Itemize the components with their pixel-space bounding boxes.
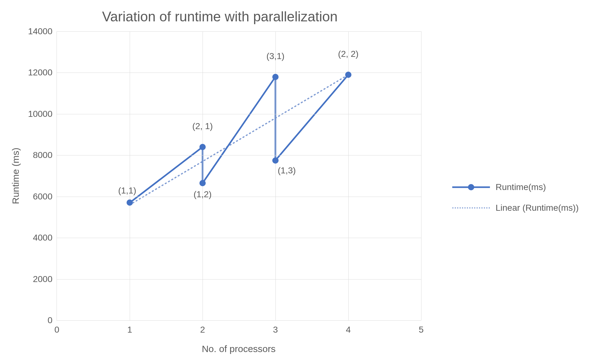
plot-area: 01234502000400060008000100001200014000(1… (57, 31, 421, 321)
x-tick-label: 5 (419, 320, 424, 335)
data-label: (1,1) (118, 186, 136, 196)
y-tick-label: 2000 (33, 274, 57, 284)
grid-line (57, 114, 421, 114)
data-label: (2, 1) (192, 121, 213, 131)
data-point (345, 72, 351, 78)
x-tick-label: 1 (127, 320, 132, 335)
y-tick-label: 12000 (28, 68, 57, 78)
chart-container: Variation of runtime with parallelizatio… (0, 0, 603, 364)
legend-label: Linear (Runtime(ms)) (496, 203, 579, 213)
marker-icon (199, 144, 206, 150)
dotted-line-icon (452, 207, 490, 209)
marker-icon (345, 72, 351, 78)
grid-line (130, 31, 130, 320)
legend-item-linear: Linear (Runtime(ms)) (452, 203, 579, 213)
marker-icon (127, 199, 133, 206)
plot-svg (57, 31, 421, 320)
grid-line (57, 73, 421, 73)
y-tick-label: 10000 (28, 109, 57, 119)
grid-line (203, 31, 203, 320)
grid-line (57, 238, 421, 238)
data-point (272, 157, 279, 164)
grid-line (57, 197, 421, 197)
legend-swatch-dotted (452, 204, 490, 212)
data-label: (1,3) (278, 166, 296, 176)
trend-line (130, 75, 348, 205)
legend: Runtime(ms) Linear (Runtime(ms)) (452, 182, 579, 224)
y-tick-label: 4000 (33, 233, 57, 243)
data-label: (2, 2) (338, 49, 358, 59)
runtime-line (130, 75, 348, 203)
data-point (272, 74, 279, 80)
data-label: (1,2) (193, 189, 212, 199)
grid-line (57, 279, 421, 280)
grid-line (57, 31, 421, 32)
x-tick-label: 4 (346, 320, 351, 335)
grid-line (57, 155, 421, 155)
grid-line (421, 31, 421, 320)
data-point (199, 180, 206, 186)
marker-icon (468, 184, 474, 190)
x-tick-label: 3 (273, 320, 278, 335)
y-tick-label: 8000 (33, 150, 57, 160)
y-tick-label: 0 (47, 315, 57, 325)
y-tick-label: 6000 (33, 192, 57, 202)
legend-swatch-solid (452, 183, 490, 191)
x-axis-label: No. of processors (202, 344, 275, 354)
y-tick-label: 14000 (28, 26, 57, 36)
marker-icon (272, 74, 279, 80)
marker-icon (199, 180, 206, 186)
y-axis-label: Runtime (ms) (10, 148, 21, 204)
data-point (199, 144, 206, 150)
data-label: (3,1) (266, 51, 285, 61)
marker-icon (272, 157, 279, 164)
chart-title: Variation of runtime with parallelizatio… (0, 9, 440, 24)
data-point (127, 199, 133, 206)
legend-label: Runtime(ms) (496, 182, 546, 192)
legend-item-runtime: Runtime(ms) (452, 182, 579, 192)
x-tick-label: 2 (200, 320, 205, 335)
